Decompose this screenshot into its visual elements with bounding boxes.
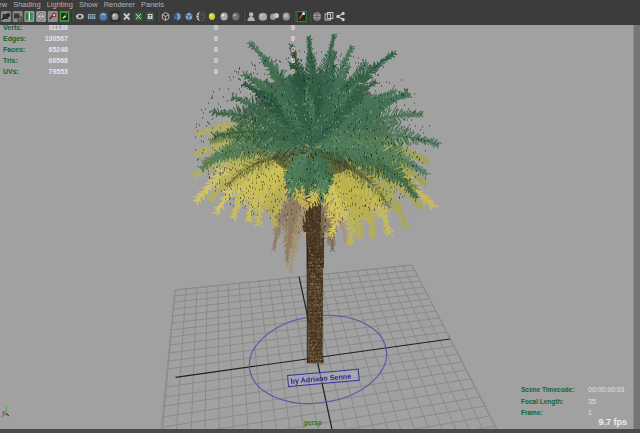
svg-text:z: z [2,409,5,415]
